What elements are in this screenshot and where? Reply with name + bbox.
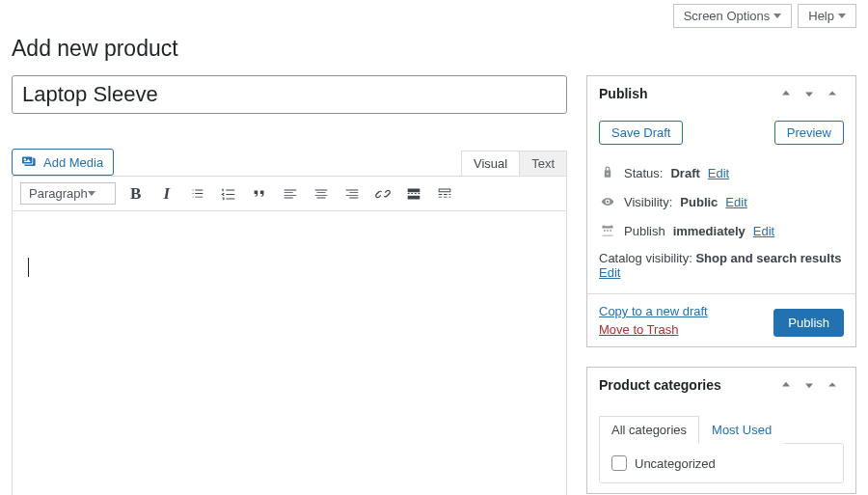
add-media-label: Add Media bbox=[43, 155, 103, 170]
screen-options-label: Screen Options bbox=[684, 9, 771, 23]
categories-heading: Product categories bbox=[599, 377, 721, 393]
align-center-button[interactable] bbox=[311, 183, 332, 205]
move-down-icon[interactable] bbox=[798, 84, 821, 103]
status-label: Status: bbox=[624, 166, 663, 180]
italic-button[interactable]: I bbox=[156, 183, 177, 205]
read-more-button[interactable] bbox=[403, 183, 424, 205]
help-button[interactable]: Help bbox=[798, 4, 856, 28]
page-title: Add new product bbox=[12, 36, 856, 62]
edit-catalog-link[interactable]: Edit bbox=[599, 265, 620, 280]
align-right-button[interactable] bbox=[341, 183, 363, 205]
move-up-icon[interactable] bbox=[774, 84, 798, 103]
blockquote-button[interactable] bbox=[249, 183, 270, 205]
text-cursor bbox=[28, 258, 29, 277]
visibility-label: Visibility: bbox=[624, 195, 672, 209]
category-item: Uncategorized bbox=[611, 455, 831, 471]
tab-all-categories[interactable]: All categories bbox=[599, 416, 699, 444]
bold-button[interactable]: B bbox=[125, 183, 147, 205]
tab-text[interactable]: Text bbox=[519, 151, 567, 176]
status-icon bbox=[599, 164, 616, 181]
content-editor[interactable] bbox=[12, 211, 567, 495]
edit-date-link[interactable]: Edit bbox=[753, 224, 774, 238]
product-title-input[interactable] bbox=[12, 75, 567, 114]
publish-heading: Publish bbox=[599, 86, 648, 101]
status-value: Draft bbox=[670, 166, 699, 180]
catalog-label: Catalog visibility: bbox=[599, 251, 692, 265]
link-button[interactable] bbox=[372, 183, 393, 205]
preview-button[interactable]: Preview bbox=[774, 121, 844, 145]
publish-button[interactable]: Publish bbox=[773, 309, 844, 337]
editor-toolbar: Paragraph B I bbox=[12, 176, 567, 211]
copy-draft-link[interactable]: Copy to a new draft bbox=[599, 304, 708, 318]
toggle-panel-icon[interactable] bbox=[821, 84, 844, 103]
category-checkbox[interactable] bbox=[611, 455, 627, 471]
tab-visual[interactable]: Visual bbox=[461, 151, 520, 176]
category-label: Uncategorized bbox=[635, 456, 716, 471]
visibility-value: Public bbox=[680, 195, 718, 209]
help-label: Help bbox=[808, 9, 834, 23]
media-icon bbox=[22, 154, 38, 170]
tab-most-used[interactable]: Most Used bbox=[699, 416, 784, 444]
publish-date-label: Publish bbox=[624, 224, 665, 238]
toggle-panel-icon[interactable] bbox=[821, 375, 844, 395]
save-draft-button[interactable]: Save Draft bbox=[599, 121, 683, 145]
screen-options-button[interactable]: Screen Options bbox=[673, 4, 793, 28]
chevron-down-icon bbox=[88, 191, 95, 196]
catalog-value: Shop and search results bbox=[695, 251, 841, 265]
publish-box: Publish Save Draft Preview Status: Draft… bbox=[586, 75, 856, 347]
align-left-button[interactable] bbox=[280, 183, 301, 205]
categories-box: Product categories All categories Most U… bbox=[586, 367, 856, 494]
edit-visibility-link[interactable]: Edit bbox=[725, 195, 746, 209]
add-media-button[interactable]: Add Media bbox=[12, 149, 114, 176]
format-select[interactable]: Paragraph bbox=[20, 182, 116, 205]
publish-date-value: immediately bbox=[673, 224, 746, 238]
move-to-trash-link[interactable]: Move to Trash bbox=[599, 322, 708, 337]
edit-status-link[interactable]: Edit bbox=[708, 166, 729, 180]
format-select-label: Paragraph bbox=[29, 186, 88, 201]
toolbar-toggle-button[interactable] bbox=[434, 183, 455, 205]
visibility-icon bbox=[599, 193, 616, 210]
calendar-icon bbox=[599, 222, 616, 239]
numbered-list-button[interactable] bbox=[218, 183, 239, 205]
chevron-down-icon bbox=[773, 14, 781, 18]
bullet-list-button[interactable] bbox=[187, 183, 208, 205]
move-up-icon[interactable] bbox=[774, 375, 798, 395]
move-down-icon[interactable] bbox=[798, 375, 821, 395]
chevron-down-icon bbox=[838, 14, 846, 18]
